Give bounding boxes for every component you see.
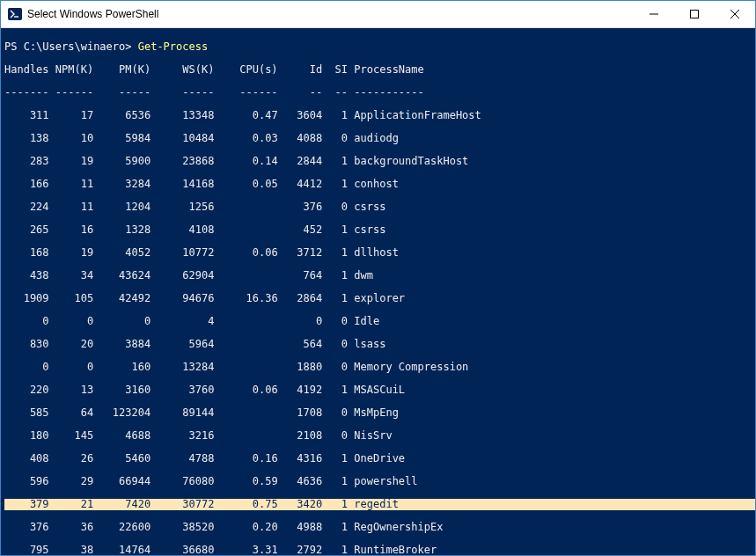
cell-h: 220 xyxy=(4,384,49,396)
titlebar[interactable]: Select Windows PowerShell xyxy=(1,1,755,28)
cell-pn: conhost xyxy=(348,179,399,190)
table-row[interactable]: 22013316037600.0641921MSASCuiL xyxy=(4,384,755,396)
cell-si: 0 xyxy=(322,362,348,373)
cell-wk: 30772 xyxy=(150,499,214,510)
cell-wk: 23868 xyxy=(150,156,214,167)
cell-pk: 5460 xyxy=(93,453,150,465)
cell-pn: OneDrive xyxy=(348,453,405,465)
cell-cp: 0.06 xyxy=(214,247,277,259)
cell-pk: 0 xyxy=(93,316,150,327)
cell-si: 1 xyxy=(322,156,348,167)
cell-pn: dwm xyxy=(348,270,373,282)
cell-wk: 5964 xyxy=(150,339,214,350)
cell-pn: backgroundTaskHost xyxy=(348,156,468,167)
cell-cp: 0.14 xyxy=(214,156,277,167)
cell-pn: lsass xyxy=(348,339,385,350)
cell-nk: 36 xyxy=(49,522,94,533)
table-row[interactable]: 83020388459645640lsass xyxy=(4,339,755,350)
cell-pk: 123204 xyxy=(93,407,150,419)
table-row[interactable]: 40826546047880.1643161OneDrive xyxy=(4,453,755,465)
cell-nk: 19 xyxy=(49,247,94,259)
table-row[interactable]: 000400Idle xyxy=(4,316,755,327)
cell-id: 452 xyxy=(278,224,323,236)
close-button[interactable] xyxy=(715,1,755,27)
cell-wk: 76080 xyxy=(150,476,214,487)
cell-nk: 21 xyxy=(49,499,94,510)
cell-id: 4988 xyxy=(278,522,323,533)
cell-pk: 3284 xyxy=(93,179,150,190)
maximize-button[interactable] xyxy=(674,1,715,27)
cell-pk: 1204 xyxy=(93,201,150,213)
cell-id: 2844 xyxy=(278,156,323,167)
cell-nk: 29 xyxy=(49,476,94,487)
table-row[interactable]: 4383443624629047641dwm xyxy=(4,270,755,282)
table-row[interactable]: 1909105424929467616.3628641explorer xyxy=(4,293,755,304)
table-row[interactable]: 22411120412563760csrss xyxy=(4,201,755,213)
cell-si: 0 xyxy=(322,430,348,442)
svg-rect-2 xyxy=(691,11,699,18)
cell-id: 3712 xyxy=(278,247,323,259)
cell-pn: audiodg xyxy=(348,133,399,144)
table-row[interactable]: 001601328418800Memory Compression xyxy=(4,362,755,373)
minimize-button[interactable] xyxy=(634,1,674,27)
cell-nk: 26 xyxy=(49,453,94,465)
cell-pk: 4052 xyxy=(93,247,150,259)
table-row[interactable]: 1801454688321621080NisSrv xyxy=(4,430,755,442)
cell-id: 1880 xyxy=(278,362,323,373)
cell-pk: 1328 xyxy=(93,224,150,236)
table-row[interactable]: 379217420307720.7534201regedit xyxy=(4,499,755,510)
cell-pk: 4688 xyxy=(93,430,150,442)
cell-pn: dllhost xyxy=(348,247,399,259)
cell-cp: 0.75 xyxy=(214,499,277,510)
cell-h: 438 xyxy=(4,270,49,282)
powershell-window: Select Windows PowerShell PS C:\Users\wi… xyxy=(0,0,756,556)
cell-id: 376 xyxy=(278,201,323,213)
cell-wk: 14168 xyxy=(150,179,214,190)
cell-pk: 43624 xyxy=(93,270,150,282)
cell-pk: 42492 xyxy=(93,293,150,304)
col-si: SI xyxy=(322,64,348,76)
table-row[interactable]: 283195900238680.1428441backgroundTaskHos… xyxy=(4,156,755,167)
prompt-path: PS C:\Users\winaero> xyxy=(4,40,138,53)
table-row[interactable]: 585641232048914417080MsMpEng xyxy=(4,407,755,419)
cell-pk: 7420 xyxy=(93,499,150,510)
cell-nk: 145 xyxy=(49,430,94,442)
cell-si: 0 xyxy=(322,316,348,327)
table-row[interactable]: 138105984104840.0340880audiodg xyxy=(4,133,755,144)
cell-h: 408 xyxy=(4,453,49,465)
cell-nk: 64 xyxy=(49,407,94,419)
cell-nk: 11 xyxy=(49,201,94,213)
cell-h: 166 xyxy=(4,179,49,190)
cell-si: 1 xyxy=(322,453,348,465)
table-row[interactable]: 3763622600385200.2049881RegOwnershipEx xyxy=(4,522,755,533)
cell-wk: 3760 xyxy=(150,384,214,396)
cell-nk: 20 xyxy=(49,339,94,350)
cell-id: 4192 xyxy=(278,384,323,396)
svg-rect-0 xyxy=(8,8,22,20)
console-output[interactable]: PS C:\Users\winaero> Get-Process Handles… xyxy=(1,28,755,555)
cell-id: 764 xyxy=(278,270,323,282)
cell-pn: MSASCuiL xyxy=(348,384,405,396)
cell-h: 224 xyxy=(4,201,49,213)
cell-si: 1 xyxy=(322,224,348,236)
cell-wk: 4 xyxy=(150,316,214,327)
table-row[interactable]: 26516132841084521csrss xyxy=(4,224,755,236)
cell-si: 1 xyxy=(322,384,348,396)
cell-cp: 0.47 xyxy=(214,110,277,121)
col-npmk: NPM(K) xyxy=(49,64,94,76)
cell-pn: Idle xyxy=(348,316,379,327)
cell-wk: 94676 xyxy=(150,293,214,304)
table-row[interactable]: 5962966944760800.5946361powershell xyxy=(4,476,755,487)
cell-wk: 13348 xyxy=(150,110,214,121)
cell-pk: 5984 xyxy=(93,133,150,144)
cell-pn: powershell xyxy=(348,476,417,487)
table-row[interactable]: 166113284141680.0544121conhost xyxy=(4,179,755,190)
cell-cp: 16.36 xyxy=(214,293,277,304)
cell-h: 795 xyxy=(4,545,49,555)
cell-nk: 16 xyxy=(49,224,94,236)
table-row[interactable]: 311176536133480.4736041ApplicationFrameH… xyxy=(4,110,755,121)
cell-nk: 34 xyxy=(49,270,94,282)
cell-h: 379 xyxy=(4,499,49,510)
table-row[interactable]: 168194052107720.0637121dllhost xyxy=(4,247,755,259)
table-row[interactable]: 7953814764366803.3127921RuntimeBroker xyxy=(4,545,755,555)
